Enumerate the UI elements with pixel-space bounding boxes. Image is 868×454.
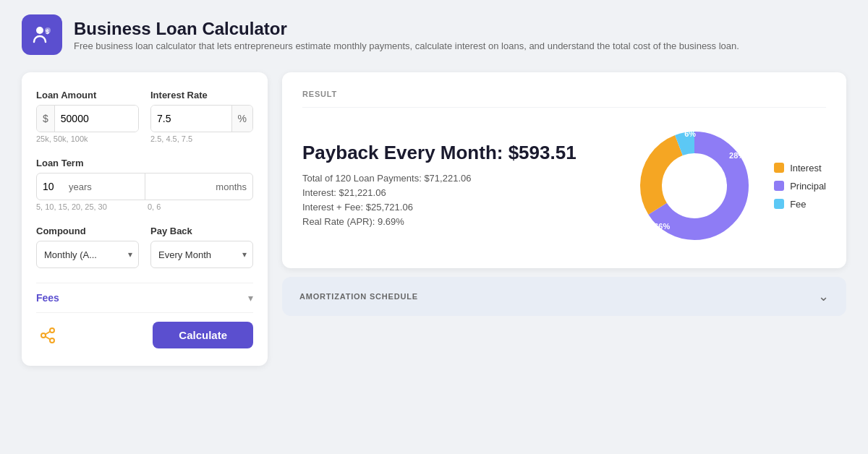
calculator-panel: Loan Amount $ 25k, 50k, 100k Interest Ra… (22, 72, 268, 366)
amortization-card[interactable]: AMORTIZATION SCHEDULE ⌄ (282, 277, 846, 316)
months-input[interactable] (190, 181, 216, 192)
svg-line-6 (46, 336, 51, 339)
interest-rate-hints: 2.5, 4.5, 7.5 (150, 134, 253, 143)
loan-amount-input[interactable] (55, 106, 138, 132)
interest-rate-col: Interest Rate % 2.5, 4.5, 7.5 (150, 90, 253, 143)
compound-col: Compound Monthly (A... Daily Weekly Quar… (36, 226, 139, 268)
result-header: RESULT (302, 90, 826, 108)
fees-label: Fees (36, 292, 59, 304)
svg-point-5 (50, 338, 54, 343)
payback-col: Pay Back Every Month Every Week Every Qu… (150, 226, 253, 268)
interest-line: Interest: $21,221.06 (302, 187, 615, 198)
payback-label: Pay Back (150, 226, 253, 236)
result-card: RESULT Payback Every Month: $593.51 Tota… (282, 72, 846, 268)
interest-rate-label: Interest Rate (150, 90, 253, 100)
legend-fee: Fee (774, 199, 826, 210)
fees-row[interactable]: Fees ▾ (36, 283, 253, 312)
app-icon: $ (22, 14, 62, 55)
years-input-wrap: years (37, 174, 145, 200)
interest-dot (774, 163, 784, 173)
svg-point-11 (663, 154, 726, 218)
loan-term-group: Loan Term years months 5, 10, 15, 20, 25… (36, 158, 253, 211)
compound-payback-group: Compound Monthly (A... Daily Weekly Quar… (36, 226, 253, 268)
compound-select-wrapper: Monthly (A... Daily Weekly Quarterly Ann… (36, 241, 139, 268)
page-header: $ Business Loan Calculator Free business… (22, 14, 846, 55)
page-title: Business Loan Calculator (74, 19, 739, 39)
loan-amount-input-wrapper: $ (36, 105, 139, 132)
percent-suffix: % (231, 106, 252, 132)
fee-legend-label: Fee (790, 199, 806, 210)
term-row: years months (36, 173, 253, 200)
donut-chart: 28% 6% 66% (629, 121, 760, 251)
compound-label: Compound (36, 226, 139, 236)
result-body: Payback Every Month: $593.51 Total of 12… (302, 121, 826, 251)
amortization-chevron-icon: ⌄ (818, 288, 829, 304)
svg-line-7 (46, 331, 51, 334)
donut-svg (629, 121, 760, 251)
term-hints: 5, 10, 15, 20, 25, 30 0, 6 (36, 200, 253, 211)
chart-area: 28% 6% 66% Interest Principal (629, 121, 826, 251)
svg-point-3 (50, 328, 54, 333)
loan-amount-hints: 25k, 50k, 100k (36, 134, 139, 143)
main-content: Loan Amount $ 25k, 50k, 100k Interest Ra… (22, 72, 846, 366)
payback-select-wrapper: Every Month Every Week Every Quarter Eve… (150, 241, 253, 268)
fees-chevron-icon: ▾ (248, 292, 253, 304)
calculate-button[interactable]: Calculate (153, 322, 253, 348)
chart-legend: Interest Principal Fee (774, 163, 826, 210)
interest-fee-line: Interest + Fee: $25,721.06 (302, 202, 615, 213)
result-panel: RESULT Payback Every Month: $593.51 Tota… (282, 72, 846, 366)
page-subtitle: Free business loan calculator that lets … (74, 40, 739, 51)
principal-legend-label: Principal (790, 181, 826, 192)
payback-select[interactable]: Every Month Every Week Every Quarter Eve… (151, 241, 252, 267)
bottom-bar: Calculate (36, 312, 253, 348)
loan-amount-label: Loan Amount (36, 90, 139, 100)
amortization-label: AMORTIZATION SCHEDULE (299, 292, 418, 301)
months-input-wrap: months (145, 174, 253, 200)
interest-rate-input-wrapper: % (150, 105, 253, 132)
share-button[interactable] (36, 324, 59, 347)
payback-amount: Payback Every Month: $593.51 (302, 142, 615, 164)
legend-interest: Interest (774, 163, 826, 174)
real-rate-line: Real Rate (APR): 9.69% (302, 216, 615, 227)
total-payments: Total of 120 Loan Payments: $71,221.06 (302, 173, 615, 184)
legend-principal: Principal (774, 181, 826, 192)
amount-rate-row: Loan Amount $ 25k, 50k, 100k Interest Ra… (36, 90, 253, 143)
result-stats: Payback Every Month: $593.51 Total of 12… (302, 142, 615, 231)
months-hints: 0, 6 (148, 202, 253, 211)
header-text: Business Loan Calculator Free business l… (74, 19, 739, 51)
loan-term-label: Loan Term (36, 158, 253, 168)
months-unit: months (216, 181, 247, 192)
svg-point-0 (36, 27, 43, 34)
top-fields: Loan Amount $ 25k, 50k, 100k Interest Ra… (36, 90, 253, 143)
interest-rate-input[interactable] (151, 106, 231, 132)
interest-legend-label: Interest (790, 163, 821, 174)
years-hints: 5, 10, 15, 20, 25, 30 (36, 202, 142, 211)
compound-select[interactable]: Monthly (A... Daily Weekly Quarterly Ann… (37, 241, 138, 267)
years-unit: years (69, 181, 92, 192)
select-row: Compound Monthly (A... Daily Weekly Quar… (36, 226, 253, 268)
fee-dot (774, 199, 784, 209)
principal-dot (774, 181, 784, 191)
years-input[interactable] (43, 181, 69, 192)
loan-amount-col: Loan Amount $ 25k, 50k, 100k (36, 90, 139, 143)
dollar-prefix: $ (37, 106, 55, 132)
svg-text:$: $ (46, 28, 49, 35)
svg-point-4 (41, 333, 46, 338)
